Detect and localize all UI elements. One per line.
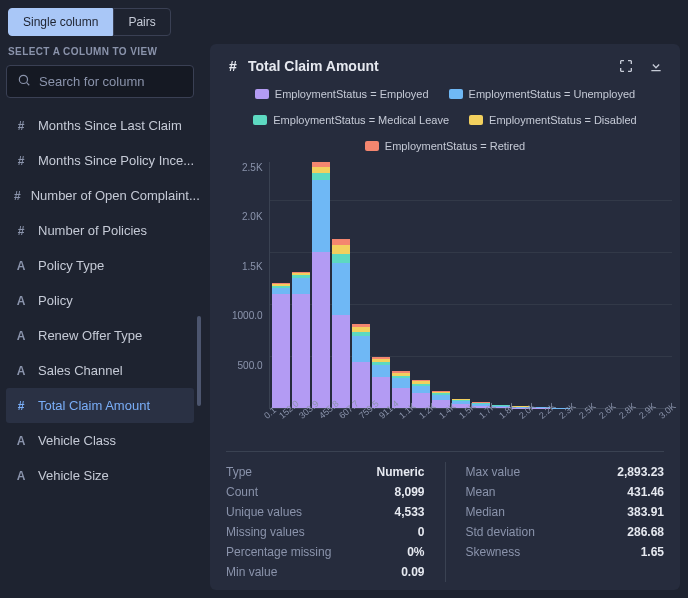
stats-row: Max value2,893.23: [466, 462, 665, 482]
text-icon: A: [14, 329, 28, 343]
expand-icon[interactable]: [618, 58, 634, 74]
stats-label: Median: [466, 505, 505, 519]
legend-item[interactable]: EmploymentStatus = Disabled: [469, 114, 637, 126]
sidebar-item[interactable]: ARenew Offer Type: [6, 318, 204, 353]
legend-item[interactable]: EmploymentStatus = Employed: [255, 88, 429, 100]
stats-label: Max value: [466, 465, 521, 479]
stats-value: 0.09: [401, 565, 424, 579]
legend-label: EmploymentStatus = Unemployed: [469, 88, 636, 100]
sidebar-item[interactable]: AVehicle Size: [6, 458, 204, 493]
legend-swatch: [365, 141, 379, 151]
tab-pairs[interactable]: Pairs: [113, 8, 170, 36]
sidebar-item[interactable]: #Months Since Policy Ince...: [6, 143, 204, 178]
stats-value: 2,893.23: [617, 465, 664, 479]
stats-value: 0%: [407, 545, 424, 559]
chart-legend: EmploymentStatus = EmployedEmploymentSta…: [226, 88, 664, 152]
numeric-icon: #: [14, 189, 21, 203]
stats-label: Type: [226, 465, 252, 479]
legend-label: EmploymentStatus = Disabled: [489, 114, 637, 126]
stats-value: 0: [418, 525, 425, 539]
numeric-icon: #: [14, 119, 28, 133]
numeric-icon: #: [226, 58, 240, 74]
bar: [292, 272, 310, 409]
stats-row: Unique values4,533: [226, 502, 425, 522]
column-search: [6, 65, 194, 98]
stats-value: 383.91: [627, 505, 664, 519]
sidebar-item-label: Number of Policies: [38, 223, 147, 238]
stats-value: 8,099: [394, 485, 424, 499]
search-icon: [17, 73, 31, 90]
sidebar-item[interactable]: AVehicle Class: [6, 423, 204, 458]
legend-label: EmploymentStatus = Retired: [385, 140, 525, 152]
stats-label: Missing values: [226, 525, 305, 539]
stats-row: Median383.91: [466, 502, 665, 522]
chart: 2.5K2.0K1.5K1000.0500.0: [232, 162, 664, 409]
sidebar-item[interactable]: ASales Channel: [6, 353, 204, 388]
text-icon: A: [14, 434, 28, 448]
stats-label: Std deviation: [466, 525, 535, 539]
sidebar: SELECT A COLUMN TO VIEW #Months Since La…: [0, 44, 204, 598]
legend-swatch: [449, 89, 463, 99]
legend-label: EmploymentStatus = Employed: [275, 88, 429, 100]
bar: [352, 324, 370, 408]
x-axis: 0.1152.0303.9455.8607.7759.5911.41.1K1.2…: [256, 413, 664, 423]
sidebar-item-label: Number of Open Complaint...: [31, 188, 200, 203]
stats-label: Unique values: [226, 505, 302, 519]
sidebar-item[interactable]: #Number of Open Complaint...: [6, 178, 204, 213]
sidebar-item-label: Months Since Last Claim: [38, 118, 182, 133]
stats-value: 431.46: [627, 485, 664, 499]
stats-row: Std deviation286.68: [466, 522, 665, 542]
numeric-icon: #: [14, 154, 28, 168]
stats-row: Skewness1.65: [466, 542, 665, 562]
bar: [312, 162, 330, 408]
stats-label: Min value: [226, 565, 277, 579]
panel-title-text: Total Claim Amount: [248, 58, 379, 74]
sidebar-item-label: Months Since Policy Ince...: [38, 153, 194, 168]
sidebar-item-label: Renew Offer Type: [38, 328, 142, 343]
sidebar-item[interactable]: #Total Claim Amount: [6, 388, 194, 423]
text-icon: A: [14, 364, 28, 378]
bar: [332, 239, 350, 409]
stats-row: Percentage missing0%: [226, 542, 425, 562]
sidebar-title: SELECT A COLUMN TO VIEW: [6, 44, 204, 65]
column-list: #Months Since Last Claim#Months Since Po…: [6, 108, 204, 493]
stats-row: Count8,099: [226, 482, 425, 502]
search-input[interactable]: [39, 74, 183, 89]
legend-item[interactable]: EmploymentStatus = Medical Leave: [253, 114, 449, 126]
tab-single-column[interactable]: Single column: [8, 8, 113, 36]
legend-label: EmploymentStatus = Medical Leave: [273, 114, 449, 126]
legend-swatch: [253, 115, 267, 125]
stats-value: 4,533: [394, 505, 424, 519]
svg-point-0: [19, 75, 27, 83]
sidebar-item[interactable]: #Number of Policies: [6, 213, 204, 248]
numeric-icon: #: [14, 399, 28, 413]
y-axis: 2.5K2.0K1.5K1000.0500.0: [232, 162, 269, 409]
sidebar-item[interactable]: #Months Since Last Claim: [6, 108, 204, 143]
svg-line-1: [27, 83, 30, 86]
legend-item[interactable]: EmploymentStatus = Retired: [365, 140, 525, 152]
legend-item[interactable]: EmploymentStatus = Unemployed: [449, 88, 636, 100]
stats-label: Mean: [466, 485, 496, 499]
sidebar-item-label: Vehicle Class: [38, 433, 116, 448]
stats-label: Skewness: [466, 545, 521, 559]
sidebar-item-label: Sales Channel: [38, 363, 123, 378]
stats-row: TypeNumeric: [226, 462, 425, 482]
stats-value: 286.68: [627, 525, 664, 539]
stats-label: Percentage missing: [226, 545, 331, 559]
download-icon[interactable]: [648, 58, 664, 74]
stats-row: Mean431.46: [466, 482, 665, 502]
stats-label: Count: [226, 485, 258, 499]
numeric-icon: #: [14, 224, 28, 238]
scrollbar-thumb[interactable]: [197, 316, 201, 406]
stats-table: TypeNumericCount8,099Unique values4,533M…: [226, 451, 664, 582]
sidebar-item-label: Policy Type: [38, 258, 104, 273]
legend-swatch: [255, 89, 269, 99]
legend-swatch: [469, 115, 483, 125]
sidebar-item[interactable]: APolicy Type: [6, 248, 204, 283]
sidebar-item-label: Vehicle Size: [38, 468, 109, 483]
detail-panel: # Total Claim Amount EmploymentStatus = …: [210, 44, 680, 590]
stats-row: Missing values0: [226, 522, 425, 542]
sidebar-item[interactable]: APolicy: [6, 283, 204, 318]
text-icon: A: [14, 294, 28, 308]
page-title: # Total Claim Amount: [226, 58, 379, 74]
